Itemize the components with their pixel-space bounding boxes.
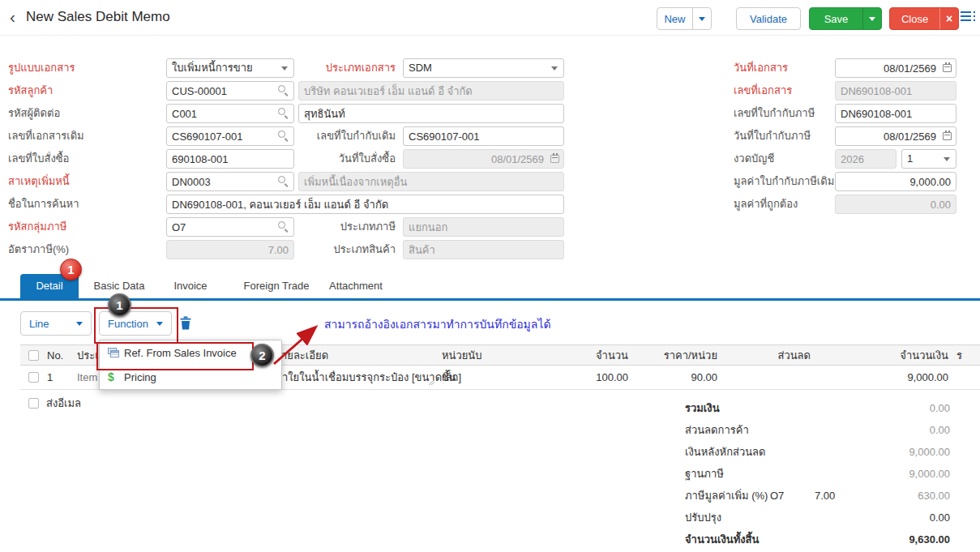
header-bar: ‹ New Sales Debit Memo New Validate Save…: [0, 0, 980, 36]
menu-icon[interactable]: [961, 11, 977, 24]
orig-tax-invoice-no-label: เลขที่ใบกำกับเดิม: [276, 126, 396, 146]
tax-invoice-date-field[interactable]: [835, 126, 956, 146]
line-button-label: Line: [29, 318, 49, 330]
doc-date-label: วันที่เอกสาร: [734, 58, 831, 78]
correct-value-field: [835, 195, 956, 214]
close-button[interactable]: Close ×: [889, 7, 959, 30]
tax-invoice-no-label: เลขที่ใบกำกับภาษี: [734, 104, 831, 123]
save-button[interactable]: Save: [809, 7, 882, 30]
search-icon[interactable]: [278, 108, 289, 119]
caret-down-icon: [156, 322, 163, 326]
trash-icon[interactable]: [180, 316, 191, 330]
doc-type-select[interactable]: SDM: [403, 58, 564, 78]
row-checkbox[interactable]: [28, 372, 39, 383]
orig-tax-invoice-no-input[interactable]: [403, 126, 564, 146]
row-unit-price[interactable]: 90.00: [636, 366, 717, 389]
col-qty: จำนวน: [547, 345, 628, 366]
item-type-input: [403, 240, 564, 259]
grand-total-label: จำนวนเงินทั้งสิ้น: [685, 528, 759, 550]
account-period-year-field: [835, 149, 897, 169]
po-date-label: วันที่ใบสั่งซื้อ: [276, 149, 396, 169]
contact-name-input[interactable]: [298, 104, 564, 123]
row-qty[interactable]: 100.00: [547, 366, 628, 389]
menu-icon-line: [961, 19, 971, 21]
validate-button[interactable]: Validate: [736, 7, 801, 30]
col-amount: จำนวนเงิน: [867, 345, 948, 366]
contact-code-input[interactable]: [166, 104, 294, 123]
annotation-badge-1-function: 1: [108, 293, 131, 317]
doc-no-field: [835, 81, 956, 101]
doc-no-input: [835, 81, 956, 101]
menu-item-pricing[interactable]: $ Pricing: [100, 365, 281, 389]
send-email-checkbox[interactable]: [28, 398, 39, 409]
grand-total-value: 9,630.00: [811, 528, 950, 550]
calendar-icon: [550, 155, 559, 163]
close-button-label: Close: [890, 8, 939, 29]
debit-reason-field[interactable]: [166, 172, 294, 191]
search-name-label: ชื่อในการค้นหา: [8, 195, 162, 214]
save-dropdown-toggle[interactable]: [862, 8, 881, 29]
tax-invoice-date-label: วันที่ใบกำกับภาษี: [734, 126, 831, 146]
new-button-label: New: [657, 8, 692, 29]
orig-doc-no-label: เลขที่เอกสารเดิม: [8, 126, 162, 146]
doc-no-label: เลขที่เอกสาร: [734, 81, 831, 101]
after-discount-value: 9,000.00: [811, 441, 950, 463]
resize-grip-icon[interactable]: [428, 379, 435, 386]
customer-code-field[interactable]: [166, 81, 294, 101]
row-type[interactable]: Item: [77, 366, 97, 389]
tab-foreign-trade[interactable]: Foreign Trade: [240, 274, 313, 298]
account-period-value: 1: [907, 152, 913, 165]
validate-button-label: Validate: [737, 8, 800, 29]
doc-date-input[interactable]: [835, 58, 956, 78]
caret-down-icon: [551, 66, 558, 71]
po-date-input: [403, 149, 564, 169]
tab-invoice[interactable]: Invoice: [165, 274, 216, 298]
debit-reason-name-input: [298, 172, 564, 191]
new-dropdown-toggle[interactable]: [692, 8, 711, 29]
doc-type-label: ประเภทเอกสาร: [276, 58, 396, 78]
debit-reason-label: สาเหตุเพิ่มหนี้: [8, 172, 162, 191]
search-name-input[interactable]: [166, 195, 564, 214]
tax-invoice-no-input[interactable]: [835, 104, 956, 123]
line-button[interactable]: Line: [20, 311, 92, 336]
calendar-icon[interactable]: [943, 132, 952, 140]
tab-attachment[interactable]: Attachment: [323, 274, 389, 298]
row-no: 1: [47, 366, 53, 389]
contact-name-field[interactable]: [298, 104, 564, 123]
account-period-select[interactable]: 1: [901, 149, 956, 169]
doc-format-label: รูปแบบเอกสาร: [8, 58, 162, 78]
vat-value: 630.00: [843, 485, 950, 507]
function-button[interactable]: Function: [99, 311, 172, 336]
caret-down-icon: [76, 322, 83, 326]
calendar-icon[interactable]: [943, 64, 952, 72]
annotation-badge-2-ref: 2: [250, 344, 274, 367]
orig-tax-invoice-value-input[interactable]: [835, 172, 956, 191]
back-icon[interactable]: ‹: [10, 6, 15, 28]
tax-invoice-date-input[interactable]: [835, 126, 956, 146]
menu-icon-line: [961, 11, 971, 13]
contact-code-field[interactable]: [166, 104, 294, 123]
tax-invoice-no-field[interactable]: [835, 104, 956, 123]
tax-base-label: ฐานภาษี: [685, 463, 724, 485]
customer-name-field: [298, 81, 564, 101]
new-button[interactable]: New: [657, 7, 712, 30]
orig-tax-invoice-value-field[interactable]: [835, 172, 956, 191]
tax-rate-label: อัตราภาษี(%): [8, 240, 162, 259]
contact-code-label: รหัสผู้ติดต่อ: [8, 104, 162, 123]
customer-code-input[interactable]: [166, 81, 294, 101]
customer-name-input: [298, 81, 564, 101]
search-icon[interactable]: [278, 176, 289, 187]
account-period-label: งวดบัญชี: [734, 149, 831, 169]
search-name-field[interactable]: [166, 195, 564, 214]
tax-group-label: รหัสกลุ่มภาษี: [8, 217, 162, 237]
orig-tax-invoice-no-field[interactable]: [403, 126, 564, 146]
close-x-icon[interactable]: ×: [939, 8, 958, 29]
total-amount-value: 0.00: [811, 397, 950, 419]
vat-label: ภาษีมูลค่าเพิ่ม (%): [685, 485, 768, 507]
menu-item-label: Pricing: [124, 371, 156, 383]
menu-icon-line: [961, 15, 971, 17]
doc-date-field[interactable]: [835, 58, 956, 78]
debit-reason-input[interactable]: [166, 172, 294, 191]
select-all-checkbox[interactable]: [28, 350, 39, 361]
search-icon[interactable]: [278, 85, 289, 96]
